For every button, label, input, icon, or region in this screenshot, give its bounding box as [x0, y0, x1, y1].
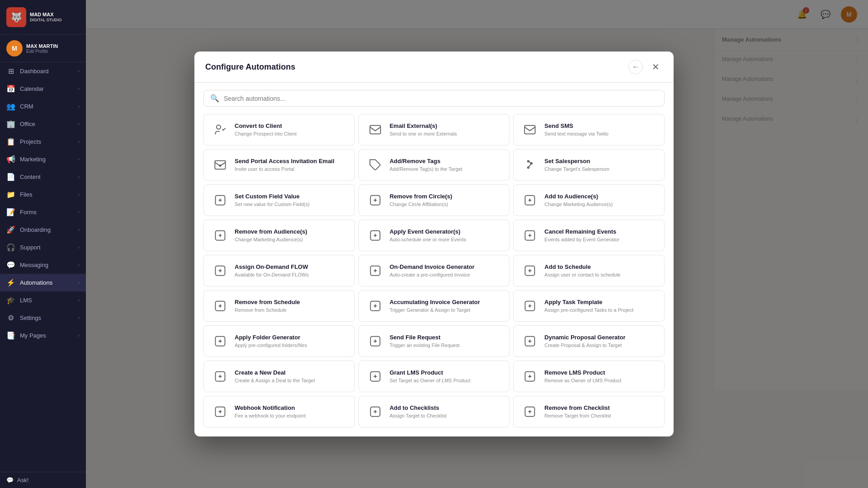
automation-icon-apply-task-template [521, 297, 539, 315]
edit-profile-link[interactable]: Edit Profile [26, 49, 80, 54]
automation-icon-apply-event-generator [366, 226, 384, 244]
sidebar-nav: ⊞Dashboard › 📅Calendar › 👥CRM › 🏢Office … [0, 62, 86, 472]
sidebar-item-marketing[interactable]: 📢Marketing › [0, 150, 86, 168]
automation-desc: Set Target as Owner of LMS Product [390, 377, 502, 384]
automation-item-on-demand-invoice-generator[interactable]: On-Demand Invoice Generator Auto-create … [359, 255, 510, 286]
automation-item-set-salesperson[interactable]: Set Salesperson Change Target's Salesper… [513, 149, 665, 181]
sidebar-item-label: Calendar [20, 85, 44, 92]
sidebar-item-my-pages[interactable]: 📑My Pages › [0, 327, 86, 344]
sidebar-item-label: Support [20, 244, 41, 251]
support-icon: 🎧 [6, 243, 15, 252]
automation-desc: Add/Remove Tag(s) to the Target [390, 166, 502, 172]
automation-item-remove-from-checklist[interactable]: Remove from Checklist Remove Target from… [513, 396, 665, 427]
automation-title: Remove from Circle(s) [390, 193, 502, 200]
automation-desc: Events added by Event Generator [544, 236, 657, 243]
chevron-right-icon: › [78, 280, 80, 285]
automation-item-remove-from-schedule[interactable]: Remove from Schedule Remove from Schedul… [203, 290, 355, 322]
sidebar-item-calendar[interactable]: 📅Calendar › [0, 80, 86, 98]
automation-item-add-to-schedule[interactable]: Add to Schedule Assign user or contact t… [513, 255, 665, 286]
automation-icon-add-to-schedule [521, 262, 539, 280]
sidebar-item-settings[interactable]: ⚙Settings › [0, 309, 86, 327]
automation-item-grant-lms-product[interactable]: Grant LMS Product Set Target as Owner of… [359, 361, 510, 392]
automation-desc: Change Marketing Audience(s) [544, 201, 657, 207]
ask-button[interactable]: 💬 Ask! [6, 477, 80, 483]
automation-item-remove-lms-product[interactable]: Remove LMS Product Remove as Owner of LM… [513, 361, 665, 392]
automation-item-send-file-request[interactable]: Send File Request Trigger an existing Fi… [359, 325, 510, 357]
sidebar-item-crm[interactable]: 👥CRM › [0, 98, 86, 115]
automation-title: Set Salesperson [544, 158, 657, 164]
sidebar-item-automations[interactable]: ⚡Automations › [0, 274, 86, 291]
sidebar-item-label: Marketing [20, 156, 46, 163]
automation-item-send-sms[interactable]: Send SMS Send text message via Twilio [513, 114, 665, 145]
automation-desc: Apply pre-configured folders/files [235, 342, 347, 348]
automation-title: Send File Request [390, 334, 502, 341]
ask-icon: 💬 [6, 477, 14, 483]
automation-item-apply-task-template[interactable]: Apply Task Template Assign pre-configure… [513, 290, 665, 322]
close-button[interactable]: ✕ [648, 60, 663, 74]
automation-desc: Change Marketing Audience(s) [235, 236, 347, 243]
search-input[interactable] [224, 95, 658, 102]
sidebar-item-onboarding[interactable]: 🚀Onboarding › [0, 221, 86, 239]
sidebar-item-office[interactable]: 🏢Office › [0, 115, 86, 133]
automation-item-add-to-checklists[interactable]: Add to Checklists Assign Target to Check… [359, 396, 510, 427]
automation-item-set-custom-field[interactable]: Set Custom Field Value Set new value for… [203, 184, 355, 216]
modal-header-controls: ← ✕ [628, 60, 663, 74]
search-bar: 🔍 [203, 90, 665, 107]
automation-title: Add to Audience(s) [544, 193, 657, 200]
automation-title: Remove LMS Product [544, 369, 657, 376]
automation-item-convert-to-client[interactable]: Convert to Client Change Prospect into C… [203, 114, 355, 145]
sidebar-item-files[interactable]: 📁Files › [0, 186, 86, 203]
sidebar-item-dashboard[interactable]: ⊞Dashboard › [0, 62, 86, 80]
user-profile-area[interactable]: M MAX MARTIN Edit Profile [0, 35, 86, 62]
sidebar-item-support[interactable]: 🎧Support › [0, 239, 86, 256]
logo-text: MAD MAX digital studio [30, 11, 62, 23]
chevron-right-icon: › [78, 139, 80, 144]
automation-icon-webhook-notification [211, 403, 229, 421]
automation-item-apply-folder-generator[interactable]: Apply Folder Generator Apply pre-configu… [203, 325, 355, 357]
sidebar-item-label: Content [20, 174, 41, 180]
chevron-right-icon: › [78, 174, 80, 179]
automation-item-add-remove-tags[interactable]: Add/Remove Tags Add/Remove Tag(s) to the… [359, 149, 510, 181]
sidebar-item-label: Projects [20, 138, 41, 145]
automation-icon-add-remove-tags [366, 156, 384, 174]
automation-item-email-externals[interactable]: Email External(s) Send to one or more Ex… [359, 114, 510, 145]
automation-icon-create-new-deal [211, 367, 229, 385]
calendar-icon: 📅 [6, 84, 15, 93]
automation-item-webhook-notification[interactable]: Webhook Notification Fire a webhook to y… [203, 396, 355, 427]
automation-title: Grant LMS Product [390, 369, 502, 376]
sidebar-item-lms[interactable]: 🎓LMS › [0, 291, 86, 309]
sidebar-item-messaging[interactable]: 💬Messaging › [0, 256, 86, 274]
sidebar-item-content[interactable]: 📄Content › [0, 168, 86, 186]
automation-item-remove-from-audiences[interactable]: Remove from Audience(s) Change Marketing… [203, 220, 355, 251]
user-name: MAX MARTIN [26, 43, 80, 49]
onboarding-icon: 🚀 [6, 225, 15, 234]
automation-title: Add/Remove Tags [390, 158, 502, 164]
sidebar-item-forms[interactable]: 📝Forms › [0, 203, 86, 221]
automation-icon-convert-to-client [211, 121, 229, 139]
automation-item-create-new-deal[interactable]: Create a New Deal Create & Assign a Deal… [203, 361, 355, 392]
automation-item-cancel-remaining-events[interactable]: Cancel Remaining Events Events added by … [513, 220, 665, 251]
automation-item-assign-on-demand-flow[interactable]: Assign On-Demand FLOW Available for On-D… [203, 255, 355, 286]
automation-item-add-to-audiences[interactable]: Add to Audience(s) Change Marketing Audi… [513, 184, 665, 216]
avatar: M [6, 40, 23, 56]
automation-item-accumulating-invoice-generator[interactable]: Accumulating Invoice Generator Trigger G… [359, 290, 510, 322]
sidebar-item-label: LMS [20, 297, 32, 304]
ask-label: Ask! [17, 477, 28, 483]
crm-icon: 👥 [6, 102, 15, 111]
sidebar-item-projects[interactable]: 📋Projects › [0, 133, 86, 150]
automation-icon-remove-lms-product [521, 367, 539, 385]
automation-icon-cancel-remaining-events [521, 226, 539, 244]
chevron-right-icon: › [78, 192, 80, 197]
automation-item-send-portal-access[interactable]: Send Portal Access Invitation Email Invi… [203, 149, 355, 181]
automation-title: On-Demand Invoice Generator [390, 263, 502, 270]
files-icon: 📁 [6, 190, 15, 199]
automation-item-dynamic-proposal-generator[interactable]: Dynamic Proposal Generator Create Propos… [513, 325, 665, 357]
chevron-right-icon: › [78, 245, 80, 250]
chevron-right-icon: › [78, 333, 80, 338]
automation-item-remove-from-circles[interactable]: Remove from Circle(s) Change Circle Affi… [359, 184, 510, 216]
configure-automations-modal: Configure Automations ← ✕ 🔍 Convert to C… [194, 52, 674, 436]
automation-icon-accumulating-invoice-generator [366, 297, 384, 315]
back-button[interactable]: ← [628, 60, 643, 74]
automation-item-apply-event-generator[interactable]: Apply Event Generator(s) Auto-schedule o… [359, 220, 510, 251]
chevron-right-icon: › [78, 157, 80, 162]
